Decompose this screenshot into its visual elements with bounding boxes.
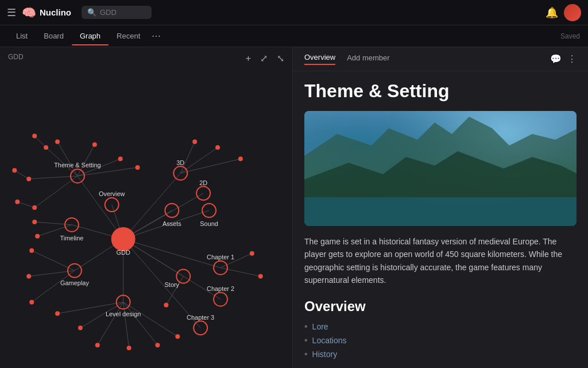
svg-line-11 <box>123 239 220 300</box>
svg-line-37 <box>34 136 46 147</box>
svg-point-52 <box>29 248 34 253</box>
svg-line-39 <box>17 202 34 208</box>
main-layout: GDD + ⤢ ⤡ <box>0 47 588 368</box>
hamburger-button[interactable]: ☰ <box>7 6 16 19</box>
app-name: Nuclino <box>40 7 71 17</box>
node-2d-label: 2D <box>199 179 207 186</box>
tab-list[interactable]: List <box>8 27 36 45</box>
search-area[interactable]: 🔍 <box>82 6 152 19</box>
graph-actions: + ⤢ ⤡ <box>243 52 287 65</box>
svg-point-49 <box>15 200 20 204</box>
node-gdd-label: GDD <box>116 249 130 256</box>
svg-line-5 <box>123 173 181 239</box>
svg-point-55 <box>78 325 83 330</box>
svg-point-42 <box>32 205 37 210</box>
content-tab-add-member[interactable]: Add member <box>347 53 389 64</box>
svg-line-31 <box>180 159 241 173</box>
tabs-bar: List Board Graph Recent ⋯ Saved <box>0 25 588 47</box>
svg-line-15 <box>34 176 78 208</box>
svg-point-50 <box>32 220 37 224</box>
content-body: Theme & Setting The game is set in a his… <box>293 71 588 368</box>
svg-point-51 <box>35 234 40 239</box>
node-level-design-label: Level design <box>106 310 141 317</box>
comment-button[interactable]: 💬 <box>550 53 562 64</box>
svg-point-63 <box>238 156 243 161</box>
collapse-button[interactable]: ⤡ <box>274 52 287 65</box>
svg-line-24 <box>98 302 123 345</box>
svg-line-26 <box>123 302 158 345</box>
svg-point-41 <box>26 177 31 181</box>
tabs-more-button[interactable]: ⋯ <box>148 28 164 44</box>
svg-line-16 <box>57 141 78 176</box>
description-text: The game is set in a historical fantasy … <box>304 235 577 287</box>
node-chapter2 <box>214 292 227 306</box>
node-gdd <box>112 228 135 251</box>
svg-point-54 <box>29 300 34 304</box>
tab-board[interactable]: Board <box>36 27 72 45</box>
svg-point-47 <box>32 133 37 138</box>
content-tab-overview[interactable]: Overview <box>304 53 335 65</box>
svg-point-53 <box>26 274 31 279</box>
node-overview-label: Overview <box>99 190 125 197</box>
content-panel: Overview Add member 💬 ⋮ Theme & Setting <box>293 47 588 368</box>
node-chapter1-label: Chapter 1 <box>207 254 234 260</box>
svg-point-60 <box>55 311 60 316</box>
svg-point-66 <box>164 302 168 307</box>
node-sound-label: Sound <box>200 220 218 227</box>
avatar[interactable] <box>564 4 581 21</box>
breadcrumb: GDD <box>8 53 24 61</box>
search-icon: 🔍 <box>87 8 96 17</box>
svg-point-59 <box>175 334 180 339</box>
svg-point-40 <box>44 145 48 150</box>
svg-line-35 <box>34 222 72 225</box>
logo-icon: 🧠 <box>22 6 36 20</box>
svg-point-43 <box>55 139 60 144</box>
svg-point-46 <box>136 165 140 170</box>
svg-point-64 <box>250 251 254 256</box>
svg-point-65 <box>258 274 263 279</box>
notification-bell-button[interactable]: 🔔 <box>546 6 558 19</box>
hero-image <box>304 111 577 226</box>
list-item-lore[interactable]: Lore <box>304 321 577 332</box>
content-header: Overview Add member 💬 ⋮ <box>293 47 588 71</box>
node-gameplay-label: Gameplay <box>60 279 89 286</box>
svg-point-57 <box>127 346 131 350</box>
graph-svg[interactable]: GDD Theme & Setting Overview Timeline Ga… <box>0 47 292 368</box>
tab-recent[interactable]: Recent <box>109 27 148 45</box>
svg-point-58 <box>155 343 160 347</box>
cliff-svg <box>304 111 577 226</box>
svg-line-10 <box>123 239 220 268</box>
svg-point-62 <box>215 145 220 150</box>
saved-status: Saved <box>560 32 580 40</box>
expand-button[interactable]: ⤢ <box>258 52 270 65</box>
list-item-locations[interactable]: Locations <box>304 335 577 346</box>
svg-rect-70 <box>304 197 577 226</box>
bullet-list: Lore Locations History <box>304 321 577 359</box>
node-assets-label: Assets <box>163 220 181 227</box>
overview-heading: Overview <box>304 298 577 315</box>
svg-point-56 <box>95 343 100 347</box>
search-input[interactable] <box>100 8 146 17</box>
content-header-actions: 💬 ⋮ <box>550 53 577 64</box>
svg-point-45 <box>118 156 123 161</box>
more-options-button[interactable]: ⋮ <box>567 53 577 64</box>
node-3d-label: 3D <box>176 159 184 166</box>
list-item-history[interactable]: History <box>304 349 577 359</box>
svg-point-44 <box>92 142 97 147</box>
node-story-label: Story <box>165 281 180 288</box>
node-chapter2-label: Chapter 2 <box>207 285 234 292</box>
top-nav: ☰ 🧠 Nuclino 🔍 🔔 <box>0 0 588 25</box>
logo-area: 🧠 Nuclino <box>22 6 71 20</box>
svg-point-61 <box>192 139 197 144</box>
graph-panel: GDD + ⤢ ⤡ <box>0 47 293 368</box>
add-node-button[interactable]: + <box>243 52 253 65</box>
tab-graph[interactable]: Graph <box>72 27 109 45</box>
node-theme-label: Theme & Setting <box>54 162 101 168</box>
svg-line-19 <box>78 167 138 176</box>
node-chapter3-label: Chapter 3 <box>187 314 214 321</box>
svg-point-48 <box>12 168 17 172</box>
svg-line-17 <box>78 144 95 176</box>
svg-line-27 <box>123 302 178 336</box>
svg-line-38 <box>14 170 29 179</box>
node-timeline-label: Timeline <box>60 235 83 241</box>
